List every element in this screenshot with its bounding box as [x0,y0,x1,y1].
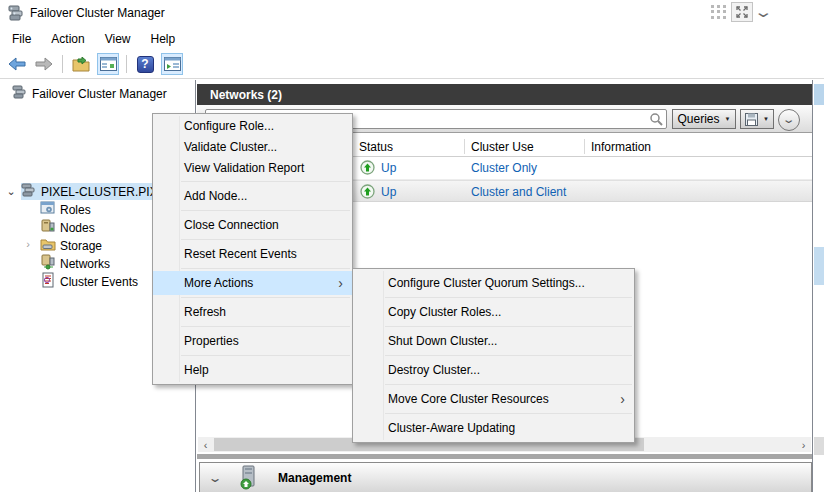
toolbar-separator [62,55,63,73]
menu-item-help[interactable]: Help [153,358,352,382]
menu-separator [181,181,350,182]
save-icon [745,113,758,126]
expander-collapsed-icon[interactable]: › [23,238,33,250]
menu-item-label: View Validation Report [184,161,304,175]
menu-item-label: Cluster-Aware Updating [388,421,515,435]
chevron-down-icon[interactable]: ⌄ [754,5,774,19]
menu-item-label: Reset Recent Events [184,247,297,261]
dropdown-caret-icon: ▼ [763,116,769,122]
submenu-arrow-icon: › [620,387,625,411]
menu-item-reset-recent-events[interactable]: Reset Recent Events [153,242,352,266]
menu-separator [385,413,632,414]
menu-separator [385,355,632,356]
menu-view[interactable]: View [95,30,141,48]
grid-icon[interactable] [710,4,727,21]
menu-item-more-actions[interactable]: More Actions › [153,271,352,295]
scroll-right-icon[interactable]: › [796,437,811,452]
menu-item-configure-role[interactable]: Configure Role... [153,116,352,137]
pane-header: Networks (2) [197,84,812,105]
menu-item-add-node[interactable]: Add Node... [153,184,352,208]
menu-item-close-connection[interactable]: Close Connection [153,213,352,237]
save-query-button[interactable]: ▼ [740,109,774,129]
column-header-status[interactable]: Status [359,140,393,154]
menu-item-move-core-cluster-resources[interactable]: Move Core Cluster Resources › [353,387,634,411]
tree-item-cluster-events[interactable]: Cluster Events [40,273,138,290]
tree-item-root[interactable]: Failover Cluster Manager [12,85,167,102]
management-section-header[interactable]: ⌄ Management [199,462,812,492]
storage-icon [40,236,56,255]
cluster-use-cell: Cluster Only [471,161,537,175]
menu-item-properties[interactable]: Properties [153,329,352,353]
menu-item-configure-cluster-quorum-settings[interactable]: Configure Cluster Quorum Settings... [353,271,634,295]
actions-pane-header-sliver [814,84,824,105]
column-header-information[interactable]: Information [591,140,651,154]
show-action-pane-button[interactable] [161,53,183,75]
menu-item-validate-cluster[interactable]: Validate Cluster... [153,137,352,158]
column-divider [464,139,465,154]
toolbar-separator [126,55,127,73]
tree-item-roles[interactable]: Roles [40,201,91,218]
menu-item-label: Add Node... [184,189,247,203]
window-title: Failover Cluster Manager [30,6,165,20]
export-list-button[interactable] [70,53,92,75]
status-up-icon [360,160,375,178]
cluster-use-cell: Cluster and Client [471,185,566,199]
scroll-left-icon[interactable]: ‹ [198,437,213,452]
menu-item-destroy-cluster[interactable]: Destroy Cluster... [353,358,634,382]
menu-action[interactable]: Action [41,30,94,48]
menu-item-shut-down-cluster[interactable]: Shut Down Cluster... [353,329,634,353]
menu-item-label: Configure Role... [184,119,274,133]
menu-item-copy-cluster-roles[interactable]: Copy Cluster Roles... [353,300,634,324]
menu-item-view-validation-report[interactable]: View Validation Report [153,158,352,179]
tree-item-networks[interactable]: Networks [40,255,110,272]
roles-icon [40,200,56,219]
search-icon [649,112,663,129]
menu-item-label: Move Core Cluster Resources [388,392,549,406]
submenu-arrow-icon: › [338,271,343,295]
help-button[interactable]: ? [134,53,156,75]
menu-item-label: Copy Cluster Roles... [388,305,501,319]
menu-separator [385,297,632,298]
menu-file[interactable]: File [2,30,41,48]
back-button[interactable] [6,53,28,75]
tree-item-label: Nodes [60,220,95,235]
menu-item-label: Configure Cluster Quorum Settings... [388,276,585,290]
menu-item-label: Help [184,363,209,377]
menu-help[interactable]: Help [141,30,186,48]
menu-item-cluster-aware-updating[interactable]: Cluster-Aware Updating [353,416,634,440]
menu-item-label: Close Connection [184,218,279,232]
queries-dropdown[interactable]: Queries ▼ [672,109,736,129]
tree-item-label: Storage [60,238,102,253]
expand-icon[interactable] [731,2,753,22]
chevron-down-icon: ⌄ [782,112,796,126]
menu-item-refresh[interactable]: Refresh [153,300,352,324]
column-header-cluster-use[interactable]: Cluster Use [471,140,534,154]
pane-splitter[interactable] [197,454,812,461]
context-menu: Configure Role... Validate Cluster... Vi… [152,113,353,385]
menu-item-label: Destroy Cluster... [388,363,480,377]
show-console-tree-button[interactable] [97,53,119,75]
dropdown-caret-icon: ▼ [725,116,731,122]
toolbar: ? [0,50,824,79]
status-cell: Up [381,185,396,199]
management-title: Management [278,471,351,485]
menu-separator [385,384,632,385]
status-up-icon [360,184,375,202]
collapse-section-icon[interactable]: ⌄ [207,471,222,485]
expand-results-button[interactable]: ⌄ [778,109,800,131]
tree-item-label: Failover Cluster Manager [32,86,167,101]
menu-separator [385,326,632,327]
menu-item-label: Properties [184,334,239,348]
app-icon [8,4,25,24]
networks-icon [40,254,56,273]
title-bar: Failover Cluster Manager ⌄ [0,0,824,26]
menu-separator [181,355,350,356]
menu-separator [181,297,350,298]
menu-item-label: Shut Down Cluster... [388,334,497,348]
tree-item-nodes[interactable]: Nodes [40,219,95,236]
tree-item-storage[interactable]: Storage [40,237,102,254]
pane-title: Networks (2) [210,88,282,102]
management-icon [238,464,264,492]
forward-button[interactable] [33,53,55,75]
expander-expanded-icon[interactable]: ⌄ [6,185,16,198]
